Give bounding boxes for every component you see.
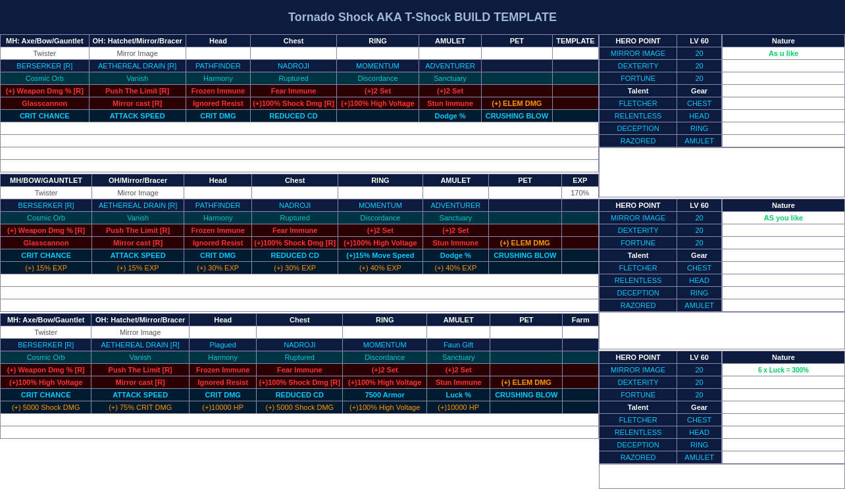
right-panel-farm: HERO POINT LV 60 MIRROR IMAGE 20 DEXTERI… [599, 351, 722, 464]
f1-special [563, 326, 599, 339]
rp3-t1-gear: CHEST [677, 414, 722, 426]
rp3n-empty3 [723, 401, 845, 414]
rp2-dex-val: 20 [677, 224, 722, 237]
rp1-t1-talent: FLETCHER [600, 97, 677, 110]
rp1-lv-label: LV 60 [677, 35, 722, 47]
rp1-talent-3: DECEPTION RING [600, 122, 722, 135]
rp3-dex-label: DEXTERITY [600, 376, 677, 389]
rp2-t2-gear: HEAD [677, 274, 722, 287]
rp3n-nv: 6 x Luck = 300% [723, 364, 845, 376]
e5-oh: Mirror cast [R] [92, 237, 184, 249]
rp1-t4-gear: AMULET [677, 135, 722, 147]
rp1-mi: MIRROR IMAGE 20 [600, 47, 722, 60]
e3-ring: Discordance [338, 212, 423, 224]
farm-empty-2 [1, 426, 599, 439]
rp3n-empty1 [723, 376, 845, 389]
f6-chest: REDUCED CD [257, 389, 343, 401]
e7-oh: (+) 15% EXP [92, 262, 184, 274]
e6-ring: (+)15% Move Speed [338, 249, 423, 262]
rp2-t3-talent: DECEPTION [600, 287, 677, 299]
e3-oh: Vanish [92, 212, 184, 224]
f6-ring: 7500 Armor [343, 389, 427, 401]
exp-empty-1 [1, 274, 599, 287]
rp3n-empty4 [723, 414, 845, 426]
f4-amulet: (+)2 Set [427, 364, 490, 376]
col-chest-template: Chest [251, 35, 337, 47]
col-oh-farm: OH: Hatchet/Mirror/Bracer [91, 314, 190, 326]
f4-head: Frozen Immune [189, 364, 256, 376]
f4-oh: Push The Limit [R] [91, 364, 190, 376]
rp3-fort: FORTUNE 20 [600, 389, 722, 401]
rp3-hp-label: HERO POINT [600, 351, 677, 364]
rp1n-empty5 [723, 110, 845, 122]
t2-oh: AETHEREAL DRAIN [R] [89, 60, 186, 72]
e4-pet [489, 224, 562, 237]
rp3-talent-4: RAZORED AMULET [600, 451, 722, 464]
f2-oh: AETHEREAL DRAIN [R] [91, 339, 190, 351]
f2-mh: BERSERKER [R] [1, 339, 91, 351]
t3-mh: Cosmic Orb [1, 72, 90, 85]
rp3-t2-gear: HEAD [677, 426, 722, 439]
rp1-dex-label: DEXTERITY [600, 60, 677, 72]
f1-head [189, 326, 256, 339]
e5-mh: Glasscannon [1, 237, 92, 249]
rp2-talent-1: FLETCHER CHEST [600, 262, 722, 274]
rp2-hp-label: HERO POINT [600, 199, 677, 212]
f2-amulet: Faun Gift [427, 339, 490, 351]
farm-table: MH: Axe/Bow/Gauntlet OH: Hatchet/Mirror/… [0, 313, 599, 439]
rp2-fort-val: 20 [677, 237, 722, 249]
t1-pet [481, 47, 552, 60]
t4-chest: Fear Immune [251, 85, 337, 97]
rp2n-header: Nature [723, 199, 845, 212]
e7-mh: (+) 15% EXP [1, 262, 92, 274]
f5-head: Ignored Resist [189, 376, 256, 389]
f4-ring: (+)2 Set [343, 364, 427, 376]
f7-pet [490, 401, 563, 414]
rp1n-nature-label: Nature [723, 35, 845, 47]
rp2-t3-gear: RING [677, 287, 722, 299]
e2-special [561, 199, 598, 212]
rp2-gear-label: Gear [677, 249, 722, 262]
rp3-fort-val: 20 [677, 389, 722, 401]
rp2n-nature-val: AS you like [723, 212, 845, 224]
rp2-fort-label: FORTUNE [600, 237, 677, 249]
e2-ring: MOMENTUM [338, 199, 423, 212]
col-head-template: Head [186, 35, 250, 47]
e4-head: Frozen Immune [184, 224, 252, 237]
rp2-t1-gear: CHEST [677, 262, 722, 274]
template-header-row: MH: Axe/Bow/Gauntlet OH: Hatchet/Mirror/… [1, 35, 599, 47]
col-pet-exp: PET [489, 174, 562, 187]
farm-row-2: BERSERKER [R] AETHEREAL DRAIN [R] Plague… [1, 339, 599, 351]
t6-oh: ATTACK SPEED [89, 110, 186, 122]
exp-row-7: (+) 15% EXP (+) 15% EXP (+) 30% EXP (+) … [1, 262, 599, 274]
rp3-talent-3: DECEPTION RING [600, 439, 722, 451]
col-chest-exp: Chest [252, 174, 338, 187]
t3-head: Harmony [186, 72, 250, 85]
rp2-talent-3: DECEPTION RING [600, 287, 722, 299]
t6-special [552, 110, 598, 122]
f3-head: Harmony [189, 351, 256, 364]
f5-mh: (+)100% High Voltage [1, 376, 91, 389]
t3-ring: Discordance [336, 72, 419, 85]
f4-special [563, 364, 599, 376]
e4-chest: Fear Immune [252, 224, 338, 237]
farm-row-6: CRIT CHANCE ATTACK SPEED CRIT DMG REDUCE… [1, 389, 599, 401]
e2-pet [489, 199, 562, 212]
t5-special [552, 97, 598, 110]
right-section-3: HERO POINT LV 60 MIRROR IMAGE 20 DEXTERI… [599, 351, 845, 464]
t3-amulet: Sanctuary [419, 72, 482, 85]
t5-oh: Mirror cast [R] [89, 97, 186, 110]
rp1-mi-label: MIRROR IMAGE [600, 47, 677, 60]
col-amulet-template: AMULET [419, 35, 482, 47]
rp3-fort-label: FORTUNE [600, 389, 677, 401]
rp1-hp-label: HERO POINT [600, 35, 677, 47]
f5-amulet: Stun Immune [427, 376, 490, 389]
right-section-2: HERO POINT LV 60 MIRROR IMAGE 20 DEXTERI… [599, 199, 845, 312]
rp3-dex-val: 20 [677, 376, 722, 389]
f6-oh: ATTACK SPEED [91, 389, 190, 401]
f3-amulet: Sanctuary [427, 351, 490, 364]
t6-head: CRIT DMG [186, 110, 250, 122]
e2-head: PATHFINDER [184, 199, 252, 212]
template-empty-3 [1, 147, 599, 160]
e5-amulet: Stun Immune [423, 237, 488, 249]
